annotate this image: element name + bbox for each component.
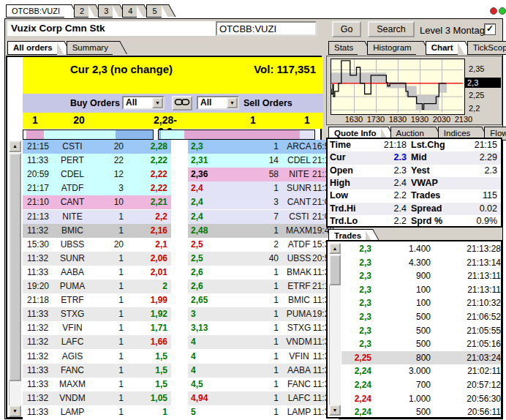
tab-all-orders[interactable]: All orders bbox=[7, 41, 57, 55]
sell-order-row[interactable]: 2,52ATDF15:30 bbox=[188, 238, 339, 252]
trades-scrollbar-thumb[interactable] bbox=[329, 255, 341, 285]
trade-price-cell: 2,24 bbox=[341, 378, 371, 392]
sell-order-row[interactable]: 2,3114CDEL21:13 bbox=[188, 154, 339, 168]
book-scrollbar-track[interactable] bbox=[9, 381, 21, 406]
quote-label: Yest bbox=[411, 165, 430, 177]
sell-order-row[interactable]: 2,651BMIC11:32 bbox=[188, 293, 339, 307]
sell-order-row[interactable]: 2,47CSTI21:03 bbox=[188, 210, 339, 224]
buy-order-row[interactable]: 19:20PUMA12 bbox=[23, 280, 171, 293]
window-tab-bar: OTCBB:VUZI2345 bbox=[6, 3, 171, 18]
buy-filter-dropdown[interactable]: All ▼ bbox=[122, 96, 165, 110]
quote-row: Trd.Lo2.2Sprd %0.9% bbox=[328, 215, 501, 228]
sell-filter-dropdown[interactable]: All ▼ bbox=[197, 96, 239, 110]
tab-stats[interactable]: Stats bbox=[328, 41, 358, 55]
dropdown-arrow-icon[interactable]: ▼ bbox=[227, 97, 238, 108]
spread-band bbox=[331, 72, 386, 83]
sell-size-cell: 1 bbox=[233, 280, 279, 293]
tab-chart[interactable]: Chart bbox=[426, 41, 458, 55]
sell-order-row[interactable]: 2,41SUNR11:32 bbox=[188, 181, 339, 195]
sell-order-row[interactable]: 2,481MAXM19:49 bbox=[188, 224, 339, 238]
sell-order-row[interactable]: 2,31ARCA16:57 bbox=[188, 140, 339, 154]
sell-order-row[interactable]: 2,540UBSS20:56 bbox=[188, 252, 339, 266]
tab-summary[interactable]: Summary bbox=[67, 41, 113, 55]
sell-size-cell: 1 bbox=[233, 140, 279, 154]
buy-order-row[interactable]: 11:32SUNR12,06 bbox=[23, 252, 171, 266]
trade-size-cell: 500 bbox=[380, 324, 431, 338]
scroll-up-icon[interactable]: ▲ bbox=[9, 140, 21, 152]
buy-order-row[interactable]: 21:10CANT102,21 bbox=[23, 195, 171, 209]
tab-tickscope[interactable]: TickScope bbox=[467, 41, 506, 55]
sell-order-row[interactable]: 2,43CANT21:00 bbox=[188, 195, 339, 209]
sell-order-row[interactable]: 2,61ETRF21:18 bbox=[188, 280, 339, 293]
buy-order-row[interactable]: 11:32VFIN11,71 bbox=[23, 321, 171, 335]
buy-order-row[interactable]: 11:33MAXM11,5 bbox=[23, 378, 171, 391]
buy-price-cell: 1,99 bbox=[125, 293, 167, 307]
book-scrollbar-thumb[interactable] bbox=[9, 153, 21, 381]
buy-size-cell: 20 bbox=[90, 238, 124, 252]
bid-mm-count: 1 bbox=[23, 114, 48, 126]
dropdown-arrow-icon[interactable]: ▼ bbox=[152, 97, 163, 108]
trade-time-cell: 20:56:30 bbox=[438, 392, 501, 406]
buy-price-cell: 1,71 bbox=[125, 321, 167, 335]
trade-size-cell: 800 bbox=[380, 351, 431, 365]
window-tab-5[interactable]: 5 bbox=[146, 4, 161, 18]
sell-order-row[interactable]: 41VNDM11:32 bbox=[188, 335, 339, 349]
buy-order-row[interactable]: 21:18ETRF11,99 bbox=[23, 293, 171, 307]
search-button[interactable]: Search bbox=[368, 21, 415, 37]
buy-time-cell: 11:32 bbox=[27, 350, 53, 364]
buy-order-row[interactable]: 11:32VNDM11,05 bbox=[23, 391, 171, 405]
window-tab-4[interactable]: 4 bbox=[122, 4, 137, 18]
buy-order-row[interactable]: 11:33STXG11,92 bbox=[23, 307, 171, 321]
buy-order-row[interactable]: 15:30UBSS202,1 bbox=[23, 238, 171, 252]
buy-size-cell: 1 bbox=[90, 307, 124, 321]
sell-order-row[interactable]: 4,941LAFC11:32 bbox=[188, 391, 339, 405]
sell-order-row[interactable]: 2,61BMAK11:32 bbox=[188, 266, 339, 280]
buy-order-row[interactable]: 11:33FANC11,5 bbox=[23, 364, 171, 378]
sell-price-cell: 5 bbox=[191, 405, 233, 419]
buy-order-row[interactable]: 21:15CSTI202,28 bbox=[23, 140, 171, 154]
sell-order-row[interactable]: 2,3658NITE21:13 bbox=[188, 168, 339, 181]
trade-price-cell: 2,25 bbox=[341, 351, 371, 365]
buy-price-cell: 2,22 bbox=[125, 181, 167, 195]
buy-order-row[interactable]: 11:33AABA12,01 bbox=[23, 266, 171, 280]
trade-size-cell: 100 bbox=[380, 283, 431, 297]
sell-order-row[interactable]: 41VFIN11:32 bbox=[188, 350, 339, 364]
buy-mmid-cell: LAMP bbox=[55, 405, 90, 419]
sell-order-row[interactable]: 3,131STXG11:33 bbox=[188, 321, 339, 335]
buy-size-cell: 12 bbox=[90, 168, 124, 181]
symbol-input[interactable] bbox=[216, 21, 317, 36]
link-filters-button[interactable] bbox=[172, 96, 192, 110]
sell-order-row[interactable]: 51LAMP11:33 bbox=[188, 405, 339, 419]
scroll-down-icon[interactable]: ▼ bbox=[329, 405, 341, 416]
scroll-down-icon[interactable]: ▼ bbox=[9, 405, 21, 417]
sell-order-row[interactable]: 4,51FANC11:33 bbox=[188, 378, 339, 391]
buy-order-row[interactable]: 11:33LAMP11 bbox=[23, 405, 171, 419]
buy-order-row[interactable]: 20:59CDEL122,22 bbox=[23, 168, 171, 181]
sell-price-cell: 4 bbox=[191, 364, 233, 378]
quote-row: Open2.3Yest2.3 bbox=[328, 165, 501, 177]
level3-montage-checkbox[interactable]: ✓ bbox=[484, 23, 496, 35]
time-axis-label: 1730 bbox=[364, 115, 388, 124]
tab-histogram[interactable]: Histogram bbox=[367, 41, 415, 55]
buy-price-cell: 2,01 bbox=[125, 266, 167, 280]
sell-order-row[interactable]: 41AABA11:33 bbox=[188, 364, 339, 378]
buy-order-row[interactable]: 11:32LAFC11,66 bbox=[23, 335, 171, 349]
scroll-up-icon[interactable]: ▲ bbox=[329, 243, 341, 254]
trades-scrollbar-track[interactable] bbox=[329, 285, 341, 405]
window-tab-otcbb-vuzi[interactable]: OTCBB:VUZI bbox=[6, 4, 64, 18]
buy-price-cell: 1 bbox=[125, 405, 167, 419]
trade-row: 2,350021:05:55 bbox=[341, 324, 501, 338]
order-book: 21:15CSTI202,282,31ARCA16:5711:33PERT222… bbox=[23, 140, 323, 419]
buy-order-row[interactable]: 21:13NITE12,2 bbox=[23, 210, 171, 224]
buy-order-row[interactable]: 11:32BMIC12,16 bbox=[23, 224, 171, 238]
sell-order-row[interactable]: 31PUMA19:20 bbox=[188, 307, 339, 321]
buy-order-row[interactable]: 11:32AGIS11,5 bbox=[23, 350, 171, 364]
buy-order-row[interactable]: 21:17ATDF32,22 bbox=[23, 181, 171, 195]
sell-price-cell: 2,65 bbox=[191, 293, 233, 307]
time-axis-label: 2030 bbox=[430, 115, 453, 124]
go-button[interactable]: Go bbox=[332, 21, 361, 37]
window-tab-3[interactable]: 3 bbox=[98, 4, 113, 18]
buy-size-cell: 22 bbox=[90, 154, 124, 168]
window-tab-2[interactable]: 2 bbox=[74, 4, 88, 18]
buy-order-row[interactable]: 11:33PERT222,22 bbox=[23, 154, 171, 168]
